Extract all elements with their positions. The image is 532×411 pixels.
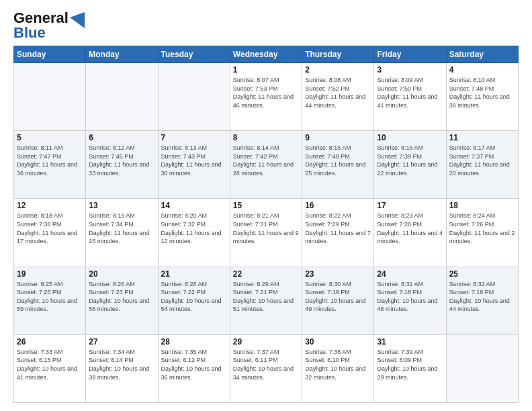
svg-marker-0 bbox=[70, 12, 85, 28]
calendar-day-cell: 21Sunrise: 8:28 AMSunset: 7:22 PMDayligh… bbox=[158, 267, 230, 334]
day-number: 28 bbox=[161, 337, 227, 347]
day-info: Sunrise: 8:29 AMSunset: 7:21 PMDaylight:… bbox=[233, 281, 294, 313]
calendar-day-cell: 29Sunrise: 7:37 AMSunset: 6:11 PMDayligh… bbox=[230, 334, 302, 402]
day-number: 25 bbox=[449, 269, 515, 279]
day-number: 20 bbox=[89, 269, 154, 279]
calendar-day-cell: 7Sunrise: 8:13 AMSunset: 7:43 PMDaylight… bbox=[158, 131, 230, 199]
weekday-row: SundayMondayTuesdayWednesdayThursdayFrid… bbox=[14, 46, 519, 63]
calendar-day-cell: 5Sunrise: 8:11 AMSunset: 7:47 PMDaylight… bbox=[14, 131, 86, 199]
day-number: 9 bbox=[305, 133, 371, 142]
calendar-day-cell: 28Sunrise: 7:35 AMSunset: 6:12 PMDayligh… bbox=[158, 334, 230, 402]
day-info: Sunrise: 8:22 AMSunset: 7:29 PMDaylight:… bbox=[305, 212, 371, 244]
day-info: Sunrise: 8:07 AMSunset: 7:53 PMDaylight:… bbox=[233, 77, 294, 109]
calendar-header: SundayMondayTuesdayWednesdayThursdayFrid… bbox=[14, 46, 519, 63]
day-number: 22 bbox=[233, 269, 299, 279]
day-info: Sunrise: 8:11 AMSunset: 7:47 PMDaylight:… bbox=[17, 144, 77, 177]
calendar-week-row: 19Sunrise: 8:25 AMSunset: 7:25 PMDayligh… bbox=[14, 267, 519, 334]
day-number: 13 bbox=[89, 201, 154, 210]
weekday-header: Sunday bbox=[14, 46, 86, 63]
day-info: Sunrise: 8:10 AMSunset: 7:48 PMDaylight:… bbox=[449, 77, 510, 109]
day-info: Sunrise: 7:38 AMSunset: 6:10 PMDaylight:… bbox=[305, 349, 365, 381]
calendar-day-cell: 9Sunrise: 8:15 AMSunset: 7:40 PMDaylight… bbox=[302, 131, 374, 199]
calendar-day-cell: 26Sunrise: 7:33 AMSunset: 6:15 PMDayligh… bbox=[14, 334, 86, 402]
calendar-day-cell: 23Sunrise: 8:30 AMSunset: 7:19 PMDayligh… bbox=[302, 267, 374, 334]
day-info: Sunrise: 8:17 AMSunset: 7:37 PMDaylight:… bbox=[449, 144, 510, 177]
calendar-day-cell: 25Sunrise: 8:32 AMSunset: 7:16 PMDayligh… bbox=[446, 267, 518, 334]
calendar-day-cell: 30Sunrise: 7:38 AMSunset: 6:10 PMDayligh… bbox=[302, 334, 374, 402]
day-number: 15 bbox=[233, 201, 299, 210]
day-info: Sunrise: 8:09 AMSunset: 7:50 PMDaylight:… bbox=[377, 77, 437, 109]
day-number: 31 bbox=[377, 337, 443, 347]
calendar-day-cell: 15Sunrise: 8:21 AMSunset: 7:31 PMDayligh… bbox=[230, 199, 302, 267]
calendar-body: 1Sunrise: 8:07 AMSunset: 7:53 PMDaylight… bbox=[14, 63, 519, 403]
day-number: 19 bbox=[17, 269, 83, 279]
day-info: Sunrise: 8:31 AMSunset: 7:18 PMDaylight:… bbox=[377, 281, 437, 313]
calendar-day-cell: 2Sunrise: 8:08 AMSunset: 7:52 PMDaylight… bbox=[302, 63, 374, 131]
day-number: 14 bbox=[161, 201, 227, 210]
day-info: Sunrise: 7:33 AMSunset: 6:15 PMDaylight:… bbox=[17, 349, 77, 381]
day-number: 4 bbox=[449, 65, 515, 75]
day-info: Sunrise: 8:16 AMSunset: 7:39 PMDaylight:… bbox=[377, 144, 437, 177]
day-info: Sunrise: 8:15 AMSunset: 7:40 PMDaylight:… bbox=[305, 144, 365, 177]
day-info: Sunrise: 8:14 AMSunset: 7:42 PMDaylight:… bbox=[233, 144, 294, 177]
day-number: 1 bbox=[233, 65, 299, 75]
calendar-day-cell: 27Sunrise: 7:34 AMSunset: 6:14 PMDayligh… bbox=[86, 334, 158, 402]
header: General Blue bbox=[13, 11, 519, 40]
day-number: 16 bbox=[305, 201, 371, 210]
day-number: 12 bbox=[17, 201, 83, 210]
day-number: 27 bbox=[89, 337, 154, 347]
calendar-week-row: 12Sunrise: 8:18 AMSunset: 7:36 PMDayligh… bbox=[14, 199, 519, 267]
day-info: Sunrise: 8:13 AMSunset: 7:43 PMDaylight:… bbox=[161, 144, 222, 177]
calendar-day-cell: 14Sunrise: 8:20 AMSunset: 7:32 PMDayligh… bbox=[158, 199, 230, 267]
calendar-day-cell: 13Sunrise: 8:19 AMSunset: 7:34 PMDayligh… bbox=[86, 199, 158, 267]
weekday-header: Wednesday bbox=[230, 46, 302, 63]
day-number: 24 bbox=[377, 269, 443, 279]
weekday-header: Tuesday bbox=[158, 46, 230, 63]
day-number: 8 bbox=[233, 133, 299, 142]
calendar-day-cell: 31Sunrise: 7:39 AMSunset: 6:09 PMDayligh… bbox=[374, 334, 446, 402]
calendar-day-cell bbox=[14, 63, 86, 131]
calendar-day-cell: 19Sunrise: 8:25 AMSunset: 7:25 PMDayligh… bbox=[14, 267, 86, 334]
day-number: 23 bbox=[305, 269, 371, 279]
day-info: Sunrise: 8:12 AMSunset: 7:45 PMDaylight:… bbox=[89, 144, 149, 177]
calendar-day-cell: 4Sunrise: 8:10 AMSunset: 7:48 PMDaylight… bbox=[446, 63, 518, 131]
calendar-day-cell: 18Sunrise: 8:24 AMSunset: 7:26 PMDayligh… bbox=[446, 199, 518, 267]
calendar-day-cell: 17Sunrise: 8:23 AMSunset: 7:28 PMDayligh… bbox=[374, 199, 446, 267]
day-info: Sunrise: 7:34 AMSunset: 6:14 PMDaylight:… bbox=[89, 349, 149, 381]
day-info: Sunrise: 8:19 AMSunset: 7:34 PMDaylight:… bbox=[89, 212, 149, 244]
day-number: 21 bbox=[161, 269, 227, 279]
calendar-day-cell: 1Sunrise: 8:07 AMSunset: 7:53 PMDaylight… bbox=[230, 63, 302, 131]
day-info: Sunrise: 7:39 AMSunset: 6:09 PMDaylight:… bbox=[377, 349, 437, 381]
day-number: 10 bbox=[377, 133, 443, 142]
day-number: 7 bbox=[161, 133, 227, 142]
day-info: Sunrise: 8:26 AMSunset: 7:23 PMDaylight:… bbox=[89, 281, 149, 313]
logo-text: General Blue bbox=[13, 11, 69, 40]
calendar-day-cell: 3Sunrise: 8:09 AMSunset: 7:50 PMDaylight… bbox=[374, 63, 446, 131]
day-number: 2 bbox=[305, 65, 371, 75]
day-info: Sunrise: 8:32 AMSunset: 7:16 PMDaylight:… bbox=[449, 281, 510, 313]
day-number: 6 bbox=[89, 133, 154, 142]
calendar-day-cell: 8Sunrise: 8:14 AMSunset: 7:42 PMDaylight… bbox=[230, 131, 302, 199]
weekday-header: Monday bbox=[86, 46, 158, 63]
day-info: Sunrise: 7:37 AMSunset: 6:11 PMDaylight:… bbox=[233, 349, 294, 381]
day-info: Sunrise: 8:20 AMSunset: 7:32 PMDaylight:… bbox=[161, 212, 222, 244]
weekday-header: Saturday bbox=[446, 46, 518, 63]
day-info: Sunrise: 8:18 AMSunset: 7:36 PMDaylight:… bbox=[17, 212, 77, 244]
day-number: 30 bbox=[305, 337, 371, 347]
day-info: Sunrise: 8:08 AMSunset: 7:52 PMDaylight:… bbox=[305, 77, 365, 109]
day-info: Sunrise: 8:21 AMSunset: 7:31 PMDaylight:… bbox=[233, 212, 299, 244]
weekday-header: Thursday bbox=[302, 46, 374, 63]
day-info: Sunrise: 7:35 AMSunset: 6:12 PMDaylight:… bbox=[161, 349, 222, 381]
calendar-table: SundayMondayTuesdayWednesdayThursdayFrid… bbox=[13, 46, 519, 403]
calendar-day-cell: 6Sunrise: 8:12 AMSunset: 7:45 PMDaylight… bbox=[86, 131, 158, 199]
day-number: 29 bbox=[233, 337, 299, 347]
calendar-day-cell: 11Sunrise: 8:17 AMSunset: 7:37 PMDayligh… bbox=[446, 131, 518, 199]
day-number: 17 bbox=[377, 201, 443, 210]
calendar-week-row: 26Sunrise: 7:33 AMSunset: 6:15 PMDayligh… bbox=[14, 334, 519, 402]
calendar-day-cell: 24Sunrise: 8:31 AMSunset: 7:18 PMDayligh… bbox=[374, 267, 446, 334]
day-number: 26 bbox=[17, 337, 83, 347]
page: General Blue SundayMondayTuesdayWednesda… bbox=[0, 0, 532, 411]
calendar-day-cell: 10Sunrise: 8:16 AMSunset: 7:39 PMDayligh… bbox=[374, 131, 446, 199]
day-number: 11 bbox=[449, 133, 515, 142]
weekday-header: Friday bbox=[374, 46, 446, 63]
